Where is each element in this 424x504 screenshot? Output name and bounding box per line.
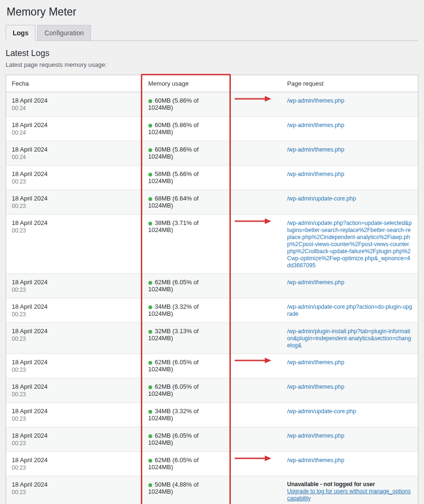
- cell-date: 18 April 202400:23: [6, 298, 143, 323]
- date-value: 18 April 2024: [12, 195, 137, 202]
- cell-request: /wp-admin/themes.php: [282, 141, 418, 166]
- table-row: 18 April 202400:2362MB (6.05% of 1024MB)…: [6, 274, 418, 298]
- cell-request: Unavailable - not logged for userUpgrade…: [282, 476, 418, 504]
- cell-date: 18 April 202400:24: [6, 117, 143, 141]
- page-request-link[interactable]: /wp-admin/themes.php: [287, 146, 344, 153]
- status-dot-icon: [148, 99, 152, 103]
- cell-request: /wp-admin/themes.php: [282, 274, 418, 298]
- status-dot-icon: [148, 434, 152, 438]
- memory-value: 60MB (5.86% of 1024MB): [148, 146, 199, 160]
- table-row: 18 April 202400:2460MB (5.86% of 1024MB)…: [6, 141, 418, 166]
- status-dot-icon: [148, 197, 152, 201]
- cell-date: 18 April 202400:23: [6, 354, 143, 378]
- cell-date: 18 April 202400:23: [6, 190, 143, 215]
- status-dot-icon: [148, 385, 152, 389]
- time-value: 00:23: [12, 464, 137, 471]
- status-dot-icon: [148, 148, 152, 152]
- memory-value: 60MB (5.86% of 1024MB): [148, 121, 199, 136]
- cell-request: /wp-admin/update.php?action=update-selec…: [282, 215, 418, 274]
- memory-value: 62MB (6.05% of 1024MB): [148, 432, 199, 446]
- page-request-link[interactable]: /wp-admin/themes.php: [287, 97, 344, 104]
- date-value: 18 April 2024: [12, 481, 137, 488]
- date-value: 18 April 2024: [12, 121, 137, 128]
- page-request-link[interactable]: /wp-admin/themes.php: [287, 171, 344, 177]
- time-value: 00:23: [12, 178, 137, 185]
- cell-request: /wp-admin/themes.php: [282, 427, 418, 452]
- time-value: 00:23: [12, 287, 137, 293]
- table-row: 18 April 202400:2358MB (5.66% of 1024MB)…: [6, 166, 418, 190]
- time-value: 00:24: [12, 129, 137, 136]
- table-row: 18 April 202400:2362MB (6.05% of 1024MB)…: [6, 378, 418, 403]
- upgrade-link[interactable]: Upgrade to log for users without manage_…: [287, 488, 411, 502]
- cell-spacer: [230, 190, 282, 215]
- cell-spacer: [230, 298, 282, 323]
- memory-value: 38MB (3.71% of 1024MB): [148, 219, 199, 233]
- page-request-link[interactable]: /wp-admin/themes.php: [287, 384, 344, 390]
- memory-value: 68MB (6.64% of 1024MB): [148, 195, 199, 209]
- tab-logs[interactable]: Logs: [6, 25, 35, 41]
- date-value: 18 April 2024: [12, 359, 137, 366]
- status-dot-icon: [148, 173, 152, 176]
- cell-date: 18 April 202400:24: [6, 141, 143, 166]
- cell-date: 18 April 202400:23: [6, 166, 143, 190]
- cell-request: /wp-admin/themes.php: [282, 166, 418, 190]
- date-value: 18 April 2024: [12, 279, 137, 286]
- memory-value: 34MB (3.32% of 1024MB): [148, 408, 199, 422]
- col-header-spacer: [230, 75, 282, 92]
- cell-spacer: [230, 117, 282, 141]
- page-request-link[interactable]: /wp-admin/themes.php: [287, 359, 344, 366]
- cell-spacer: [230, 452, 282, 476]
- date-value: 18 April 2024: [12, 219, 137, 226]
- memory-value: 32MB (3.13% of 1024MB): [148, 328, 199, 342]
- table-row: 18 April 202400:2334MB (3.32% of 1024MB)…: [6, 403, 418, 427]
- cell-memory: 68MB (6.64% of 1024MB): [143, 190, 230, 215]
- unavailable-title: Unavailable - not logged for user: [287, 481, 413, 488]
- date-value: 18 April 2024: [12, 97, 137, 104]
- page-request-link[interactable]: /wp-admin/plugin-install.php?tab=plugin-…: [287, 328, 411, 349]
- page-request-link[interactable]: /wp-admin/themes.php: [287, 122, 344, 128]
- cell-memory: 50MB (4.88% of 1024MB): [143, 476, 230, 504]
- cell-memory: 62MB (6.05% of 1024MB): [143, 378, 230, 403]
- table-row: 18 April 202400:2460MB (5.86% of 1024MB)…: [6, 117, 418, 141]
- cell-date: 18 April 202400:23: [6, 274, 143, 298]
- page-title: Memory Meter: [7, 6, 418, 18]
- date-value: 18 April 2024: [12, 456, 137, 464]
- time-value: 00:23: [12, 367, 137, 373]
- cell-spacer: [230, 427, 282, 452]
- status-dot-icon: [148, 483, 152, 487]
- page-request-link[interactable]: /wp-admin/themes.php: [287, 432, 344, 439]
- cell-memory: 34MB (3.32% of 1024MB): [143, 403, 230, 427]
- table-row: 18 April 202400:2362MB (6.05% of 1024MB)…: [6, 452, 418, 476]
- cell-memory: 62MB (6.05% of 1024MB): [143, 452, 230, 476]
- page-request-link[interactable]: /wp-admin/update-core.php?action=do-plug…: [287, 304, 412, 317]
- cell-memory: 60MB (5.86% of 1024MB): [143, 92, 230, 117]
- time-value: 00:23: [12, 336, 137, 342]
- page-request-link[interactable]: /wp-admin/themes.php: [287, 279, 344, 286]
- cell-date: 18 April 202400:23: [6, 403, 143, 427]
- page-request-link[interactable]: /wp-admin/themes.php: [287, 457, 344, 464]
- page-request-link[interactable]: /wp-admin/update-core.php: [287, 408, 356, 415]
- time-value: 00:23: [12, 489, 137, 496]
- status-dot-icon: [148, 222, 152, 225]
- cell-memory: 60MB (5.86% of 1024MB): [143, 141, 230, 166]
- tab-bar: Logs Configuration: [6, 25, 418, 41]
- date-value: 18 April 2024: [12, 383, 137, 390]
- status-dot-icon: [148, 330, 152, 334]
- cell-request: /wp-admin/themes.php: [282, 117, 418, 141]
- cell-spacer: [230, 403, 282, 427]
- page-request-link[interactable]: /wp-admin/update-core.php: [287, 195, 356, 202]
- cell-spacer: [230, 378, 282, 403]
- cell-memory: 62MB (6.05% of 1024MB): [143, 427, 230, 452]
- tab-configuration[interactable]: Configuration: [37, 25, 90, 41]
- date-value: 18 April 2024: [12, 328, 137, 335]
- date-value: 18 April 2024: [12, 432, 137, 439]
- table-row: 18 April 202400:2338MB (3.71% of 1024MB)…: [6, 215, 418, 274]
- status-dot-icon: [148, 361, 152, 365]
- time-value: 00:24: [12, 105, 137, 112]
- cell-request: /wp-admin/plugin-install.php?tab=plugin-…: [282, 323, 418, 354]
- cell-spacer: [230, 274, 282, 298]
- table-row: 18 April 202400:2334MB (3.32% of 1024MB)…: [6, 298, 418, 323]
- page-request-link[interactable]: /wp-admin/update.php?action=update-selec…: [287, 220, 412, 269]
- status-dot-icon: [148, 124, 152, 128]
- memory-value: 62MB (6.05% of 1024MB): [148, 383, 199, 397]
